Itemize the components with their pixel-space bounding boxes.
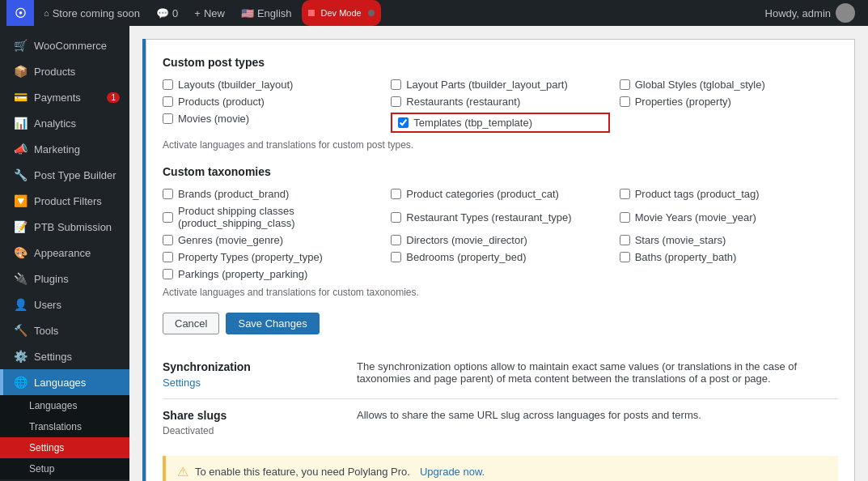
checkbox-layout-parts[interactable]: Layout Parts (tbuilder_layout_part) — [391, 79, 609, 91]
howdy-text: Howdy, admin — [759, 3, 862, 23]
sidebar-item-settings[interactable]: ⚙️ Settings — [0, 343, 129, 369]
checkbox-property-types[interactable]: Property Types (property_type) — [163, 251, 381, 263]
checkbox-global-styles-input[interactable] — [620, 79, 630, 90]
checkbox-movie-years[interactable]: Movie Years (movie_year) — [620, 205, 838, 229]
custom-post-types-title: Custom post types — [163, 56, 838, 69]
content-panel: Custom post types Layouts (tbuilder_layo… — [146, 39, 855, 481]
sidebar-item-ptb-submission[interactable]: 📝 PTB Submission — [0, 214, 129, 240]
notice-text: To enable this feature, you need Polylan… — [195, 466, 410, 478]
submenu-settings[interactable]: Settings — [0, 437, 129, 458]
submenu-translations[interactable]: Translations — [0, 416, 129, 437]
submenu-setup[interactable]: Setup — [0, 458, 129, 479]
checkbox-directors[interactable]: Directors (movie_director) — [391, 234, 609, 246]
sidebar-item-marketing[interactable]: 📣 Marketing — [0, 136, 129, 162]
sidebar-label-ptb-submission: PTB Submission — [34, 221, 112, 233]
checkbox-restaurants[interactable]: Restaurants (restaurant) — [391, 96, 609, 108]
analytics-icon: 📊 — [13, 117, 28, 130]
checkbox-stars-input[interactable] — [620, 235, 630, 245]
checkbox-product-tags[interactable]: Product tags (product_tag) — [620, 188, 838, 200]
synchronization-settings-link[interactable]: Settings — [163, 377, 201, 389]
checkbox-properties[interactable]: Properties (property) — [620, 96, 838, 108]
sidebar-item-appearance[interactable]: 🎨 Appearance — [0, 240, 129, 266]
sidebar-label-users: Users — [34, 299, 61, 311]
plugins-icon: 🔌 — [13, 272, 28, 285]
sidebar-item-woocommerce[interactable]: 🛒 WooCommerce — [0, 32, 129, 58]
checkbox-restaurants-input[interactable] — [391, 96, 401, 107]
main-content: Custom post types Layouts (tbuilder_layo… — [129, 26, 868, 481]
new-content-link[interactable]: + New — [188, 0, 231, 26]
sidebar-item-users[interactable]: 👤 Users — [0, 292, 129, 317]
ptb-icon: 🔧 — [13, 168, 28, 181]
checkbox-templates-label: Templates (tbp_template) — [413, 117, 532, 129]
upgrade-link[interactable]: Upgrade now. — [420, 466, 485, 478]
checkbox-baths[interactable]: Baths (property_bath) — [620, 251, 838, 263]
checkbox-product-shipping-input[interactable] — [163, 212, 173, 223]
cancel-button[interactable]: Cancel — [163, 313, 219, 334]
appearance-icon: 🎨 — [13, 246, 28, 259]
sidebar-label-languages: Languages — [34, 377, 86, 389]
marketing-icon: 📣 — [13, 143, 28, 155]
checkbox-layouts[interactable]: Layouts (tbuilder_layout) — [163, 79, 381, 91]
checkbox-movie-years-input[interactable] — [620, 212, 630, 223]
checkbox-movies[interactable]: Movies (movie) — [163, 113, 381, 125]
sidebar-label-plugins: Plugins — [34, 273, 69, 285]
submenu-languages[interactable]: Languages — [0, 395, 129, 416]
checkbox-product-categories[interactable]: Product categories (product_cat) — [391, 188, 609, 200]
checkbox-properties-input[interactable] — [620, 96, 630, 107]
checkbox-bedrooms[interactable]: Bedrooms (property_bed) — [391, 251, 609, 263]
admin-bar: ☉ ⌂ Store coming soon 💬 0 + New 🇺🇸 Engli… — [0, 0, 868, 26]
taxonomies-hint: Activate languages and translations for … — [163, 287, 838, 298]
checkbox-templates-input[interactable] — [398, 117, 409, 128]
checkbox-genres[interactable]: Genres (movie_genre) — [163, 234, 381, 246]
checkbox-templates[interactable]: Templates (tbp_template) — [391, 113, 609, 133]
checkbox-property-types-input[interactable] — [163, 252, 173, 262]
sidebar-item-product-filters[interactable]: 🔽 Product Filters — [0, 188, 129, 214]
dev-mode-badge: Dev Mode — [302, 0, 381, 26]
checkbox-baths-input[interactable] — [620, 252, 630, 262]
site-name-link[interactable]: ⌂ Store coming soon — [37, 0, 146, 26]
checkbox-restaurant-types-input[interactable] — [391, 212, 401, 223]
share-slugs-desc: Allows to share the same URL slug across… — [357, 409, 838, 436]
checkbox-layouts-input[interactable] — [163, 79, 173, 90]
sidebar-item-post-type-builder[interactable]: 🔧 Post Type Builder — [0, 162, 129, 188]
wp-logo[interactable]: ☉ — [6, 0, 34, 26]
checkbox-bedrooms-input[interactable] — [391, 252, 401, 262]
checkbox-layouts-label: Layouts (tbuilder_layout) — [178, 79, 293, 91]
sidebar-item-analytics[interactable]: 📊 Analytics — [0, 110, 129, 136]
form-buttons: Cancel Save Changes — [163, 313, 838, 334]
checkbox-product-categories-label: Product categories (product_cat) — [406, 188, 559, 200]
comments-link[interactable]: 💬 0 — [150, 0, 184, 26]
checkbox-product-tags-label: Product tags (product_tag) — [635, 188, 760, 200]
language-switcher[interactable]: 🇺🇸 English — [235, 0, 299, 26]
checkbox-parkings[interactable]: Parkings (property_parking) — [163, 268, 381, 280]
checkbox-parkings-input[interactable] — [163, 269, 173, 279]
checkbox-products[interactable]: Products (product) — [163, 96, 381, 108]
checkbox-layout-parts-input[interactable] — [391, 79, 401, 90]
site-name: Store coming soon — [53, 7, 140, 19]
sidebar-label-payments: Payments — [34, 92, 81, 104]
checkbox-product-shipping[interactable]: Product shipping classes (product_shippi… — [163, 205, 381, 229]
checkbox-movies-input[interactable] — [163, 113, 173, 124]
products-icon: 📦 — [13, 65, 28, 78]
checkbox-product-tags-input[interactable] — [620, 189, 630, 199]
sidebar-label-appearance: Appearance — [34, 247, 91, 259]
sidebar-item-languages[interactable]: 🌐 Languages — [0, 369, 129, 395]
product-filters-icon: 🔽 — [13, 194, 28, 207]
checkbox-restaurant-types[interactable]: Restaurant Types (restaurant_type) — [391, 205, 609, 229]
payments-badge: 1 — [107, 92, 120, 103]
checkbox-product-categories-input[interactable] — [391, 189, 401, 199]
synchronization-row: Synchronization Settings The synchroniza… — [163, 351, 838, 399]
sidebar-item-tools[interactable]: 🔨 Tools — [0, 317, 129, 343]
checkbox-genres-input[interactable] — [163, 235, 173, 245]
sidebar-item-plugins[interactable]: 🔌 Plugins — [0, 266, 129, 292]
checkbox-bedrooms-label: Bedrooms (property_bed) — [406, 251, 526, 263]
sidebar-item-products[interactable]: 📦 Products — [0, 58, 129, 84]
checkbox-brands[interactable]: Brands (product_brand) — [163, 188, 381, 200]
save-button[interactable]: Save Changes — [226, 313, 319, 334]
checkbox-directors-input[interactable] — [391, 235, 401, 245]
checkbox-products-input[interactable] — [163, 96, 173, 107]
checkbox-stars[interactable]: Stars (movie_stars) — [620, 234, 838, 246]
checkbox-global-styles[interactable]: Global Styles (tglobal_style) — [620, 79, 838, 91]
sidebar-item-payments[interactable]: 💳 Payments 1 — [0, 84, 129, 110]
checkbox-brands-input[interactable] — [163, 189, 173, 199]
